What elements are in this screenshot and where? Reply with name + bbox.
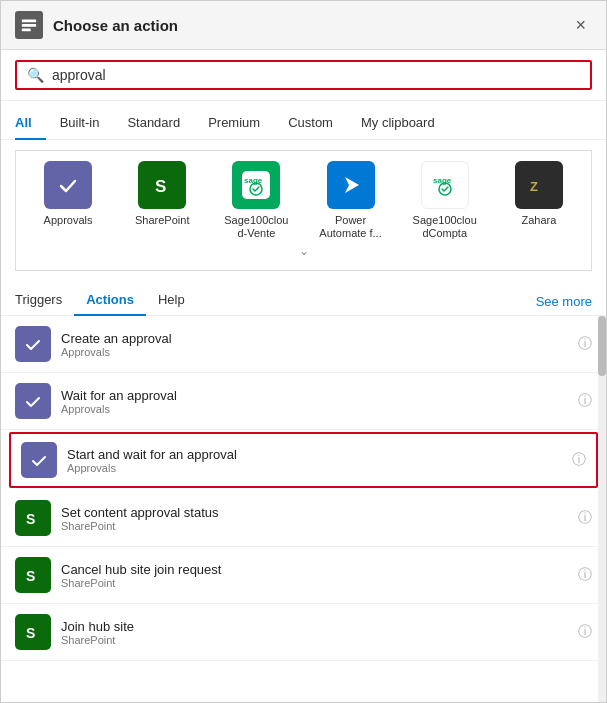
action-item-wait-approval[interactable]: Wait for an approval Approvals ⓘ [1, 373, 606, 430]
action-item-join-hub-site[interactable]: S Join hub site SharePoint ⓘ [1, 604, 606, 661]
connector-sage100compta-icon: sage [421, 161, 469, 209]
action-item-create-approval-sub: Approvals [61, 346, 570, 358]
search-icon: 🔍 [27, 67, 44, 83]
dialog-icon [15, 11, 43, 39]
action-item-start-wait-approval-info[interactable]: ⓘ [572, 451, 586, 469]
action-item-start-wait-approval-text: Start and wait for an approval Approvals [67, 447, 564, 474]
svg-text:S: S [26, 511, 35, 527]
choose-action-dialog: Choose an action × 🔍 All Built-in Standa… [0, 0, 607, 703]
action-item-start-wait-approval-name: Start and wait for an approval [67, 447, 564, 462]
connector-approvals-label: Approvals [44, 214, 93, 227]
action-item-create-approval-text: Create an approval Approvals [61, 331, 570, 358]
connector-sharepoint[interactable]: S SharePoint [126, 161, 198, 240]
tab-standard[interactable]: Standard [113, 109, 194, 140]
connector-sharepoint-label: SharePoint [135, 214, 189, 227]
connector-sharepoint-icon: S [138, 161, 186, 209]
tab-clipboard[interactable]: My clipboard [347, 109, 449, 140]
search-section: 🔍 [1, 50, 606, 101]
tab-custom[interactable]: Custom [274, 109, 347, 140]
action-item-create-approval[interactable]: Create an approval Approvals ⓘ [1, 316, 606, 373]
action-item-wait-approval-text: Wait for an approval Approvals [61, 388, 570, 415]
action-item-create-approval-info[interactable]: ⓘ [578, 335, 592, 353]
action-approvals-icon-3 [21, 442, 57, 478]
action-approvals-icon-1 [15, 326, 51, 362]
connector-zahara-icon: Z [515, 161, 563, 209]
connector-sage100vente-icon: sage [232, 161, 280, 209]
action-tab-actions[interactable]: Actions [74, 287, 146, 316]
connector-sage100compta[interactable]: sage Sage100clou dCompta [409, 161, 481, 240]
action-item-wait-approval-name: Wait for an approval [61, 388, 570, 403]
action-item-set-content-sub: SharePoint [61, 520, 570, 532]
action-tabs-row: Triggers Actions Help See more [1, 281, 606, 316]
action-section: Triggers Actions Help See more Create an… [1, 281, 606, 702]
chevron-row: ⌄ [24, 240, 583, 260]
action-item-set-content-text: Set content approval status SharePoint [61, 505, 570, 532]
search-input[interactable] [52, 67, 580, 83]
action-item-wait-approval-sub: Approvals [61, 403, 570, 415]
action-item-set-content-approval[interactable]: S Set content approval status SharePoint… [1, 490, 606, 547]
action-sharepoint-icon-2: S [15, 557, 51, 593]
connector-grid-section: Approvals S SharePoint sage Sage100clou … [15, 150, 592, 271]
scrollbar-track[interactable] [598, 316, 606, 702]
filter-tabs-section: All Built-in Standard Premium Custom My … [1, 101, 606, 140]
action-item-join-hub-name: Join hub site [61, 619, 570, 634]
search-box: 🔍 [15, 60, 592, 90]
dialog-header: Choose an action × [1, 1, 606, 50]
filter-tabs-row: All Built-in Standard Premium Custom My … [15, 109, 592, 139]
action-item-start-wait-approval[interactable]: Start and wait for an approval Approvals… [9, 432, 598, 488]
connector-sage100compta-label: Sage100clou dCompta [409, 214, 481, 240]
connector-grid: Approvals S SharePoint sage Sage100clou … [24, 161, 583, 240]
connector-powerautomate-label: Power Automate f... [315, 214, 387, 240]
see-more-button[interactable]: See more [536, 289, 592, 314]
action-approvals-icon-2 [15, 383, 51, 419]
svg-text:Z: Z [530, 179, 538, 194]
scrollbar-thumb[interactable] [598, 316, 606, 376]
chevron-down-icon: ⌄ [299, 244, 309, 258]
action-tab-triggers[interactable]: Triggers [15, 287, 74, 316]
svg-text:S: S [26, 568, 35, 584]
svg-rect-2 [22, 29, 31, 32]
action-item-start-wait-approval-sub: Approvals [67, 462, 564, 474]
connector-zahara-label: Zahara [521, 214, 556, 227]
connector-powerautomate-icon [327, 161, 375, 209]
action-item-cancel-hub-sub: SharePoint [61, 577, 570, 589]
action-item-cancel-hub-info[interactable]: ⓘ [578, 566, 592, 584]
action-item-cancel-hub-text: Cancel hub site join request SharePoint [61, 562, 570, 589]
connector-sage100vente[interactable]: sage Sage100clou d-Vente [220, 161, 292, 240]
action-sharepoint-icon-3: S [15, 614, 51, 650]
svg-rect-0 [22, 20, 36, 23]
tab-builtin[interactable]: Built-in [46, 109, 114, 140]
dialog-title: Choose an action [53, 17, 569, 34]
svg-text:S: S [155, 177, 166, 196]
action-item-wait-approval-info[interactable]: ⓘ [578, 392, 592, 410]
action-item-create-approval-name: Create an approval [61, 331, 570, 346]
svg-rect-3 [54, 171, 82, 199]
action-item-join-hub-sub: SharePoint [61, 634, 570, 646]
svg-text:S: S [26, 625, 35, 641]
tab-premium[interactable]: Premium [194, 109, 274, 140]
tab-all[interactable]: All [15, 109, 46, 140]
action-tab-help[interactable]: Help [146, 287, 197, 316]
connector-approvals[interactable]: Approvals [32, 161, 104, 240]
action-item-set-content-info[interactable]: ⓘ [578, 509, 592, 527]
action-item-join-hub-text: Join hub site SharePoint [61, 619, 570, 646]
connector-powerautomate[interactable]: Power Automate f... [315, 161, 387, 240]
action-sharepoint-icon-1: S [15, 500, 51, 536]
close-button[interactable]: × [569, 14, 592, 36]
connector-approvals-icon [44, 161, 92, 209]
action-item-join-hub-info[interactable]: ⓘ [578, 623, 592, 641]
connector-sage100vente-label: Sage100clou d-Vente [220, 214, 292, 240]
action-item-cancel-hub-site[interactable]: S Cancel hub site join request SharePoin… [1, 547, 606, 604]
connector-zahara[interactable]: Z Zahara [503, 161, 575, 240]
svg-rect-1 [22, 24, 36, 27]
action-item-cancel-hub-name: Cancel hub site join request [61, 562, 570, 577]
action-item-set-content-name: Set content approval status [61, 505, 570, 520]
action-list: Create an approval Approvals ⓘ Wait for … [1, 316, 606, 702]
